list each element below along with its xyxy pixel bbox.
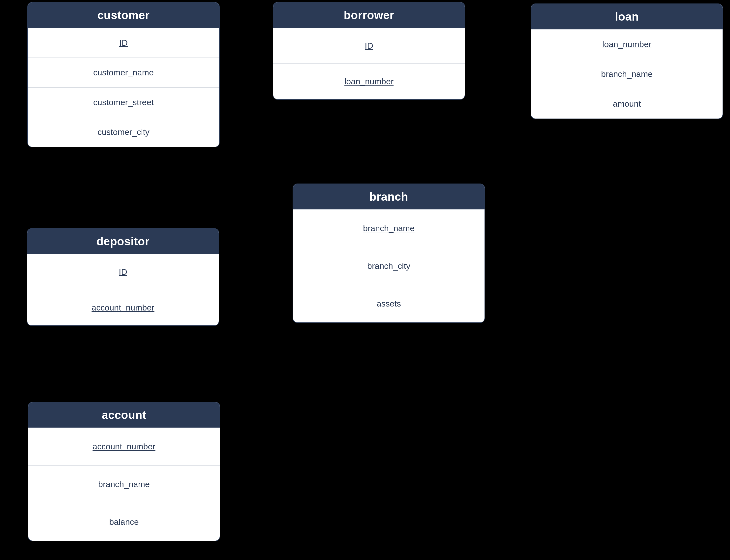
entity-attribute: amount bbox=[531, 89, 723, 119]
entity-attribute: branch_city bbox=[293, 247, 484, 285]
entity-attribute: branch_name bbox=[531, 59, 723, 89]
entity-attribute: ID bbox=[28, 28, 219, 58]
entity-attribute: assets bbox=[293, 285, 484, 322]
entity-attribute: customer_city bbox=[28, 117, 219, 147]
entity-attribute: account_number bbox=[28, 428, 220, 465]
entity-attribute: account_number bbox=[27, 290, 219, 325]
entity-title: borrower bbox=[273, 2, 465, 28]
entity-depositor: depositor ID account_number bbox=[27, 228, 219, 326]
entity-borrower: borrower ID loan_number bbox=[273, 2, 465, 100]
entity-attribute: loan_number bbox=[273, 63, 465, 99]
entity-title: branch bbox=[293, 184, 484, 209]
entity-attribute: branch_name bbox=[293, 209, 484, 247]
entity-title: loan bbox=[531, 4, 723, 29]
entity-account: account account_number branch_name balan… bbox=[28, 402, 220, 541]
entity-title: account bbox=[28, 402, 220, 428]
entity-title: depositor bbox=[27, 229, 219, 254]
entity-title: customer bbox=[28, 2, 219, 28]
entity-attribute: balance bbox=[28, 503, 220, 541]
entity-attribute: customer_street bbox=[28, 87, 219, 117]
entity-loan: loan loan_number branch_name amount bbox=[531, 3, 723, 119]
entity-attribute: loan_number bbox=[531, 29, 723, 59]
entity-attribute: ID bbox=[273, 28, 465, 63]
entity-customer: customer ID customer_name customer_stree… bbox=[27, 2, 220, 147]
entity-attribute: branch_name bbox=[28, 465, 220, 503]
entity-attribute: ID bbox=[27, 254, 219, 290]
entity-branch: branch branch_name branch_city assets bbox=[293, 184, 485, 323]
entity-attribute: customer_name bbox=[28, 58, 219, 87]
